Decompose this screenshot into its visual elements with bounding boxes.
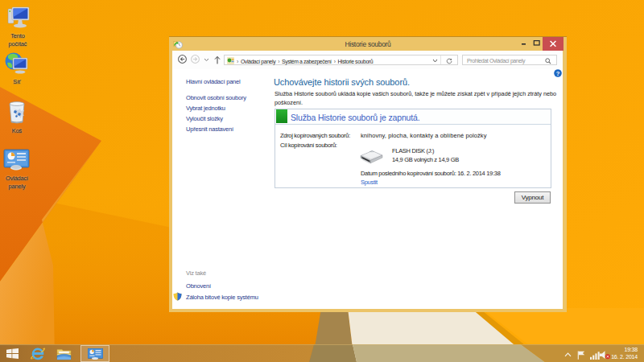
svg-text:?: ? bbox=[556, 70, 560, 77]
